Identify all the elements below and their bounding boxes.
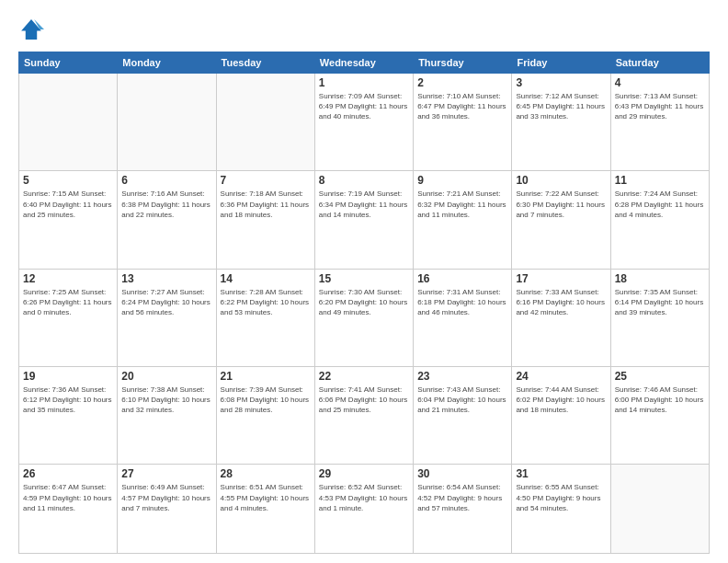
day-info: Sunrise: 7:25 AM Sunset: 6:26 PM Dayligh… — [23, 287, 113, 318]
calendar-cell: 24Sunrise: 7:44 AM Sunset: 6:02 PM Dayli… — [512, 366, 610, 464]
day-number: 20 — [121, 370, 211, 383]
calendar-cell: 31Sunrise: 6:55 AM Sunset: 4:50 PM Dayli… — [512, 465, 610, 554]
day-info: Sunrise: 7:15 AM Sunset: 6:40 PM Dayligh… — [23, 189, 113, 220]
weekday-header-friday: Friday — [512, 52, 610, 74]
day-number: 2 — [417, 76, 507, 89]
calendar-cell: 28Sunrise: 6:51 AM Sunset: 4:55 PM Dayli… — [216, 465, 314, 554]
logo — [18, 17, 48, 42]
day-info: Sunrise: 7:38 AM Sunset: 6:10 PM Dayligh… — [121, 385, 211, 416]
day-number: 12 — [23, 272, 113, 285]
weekday-header-row: SundayMondayTuesdayWednesdayThursdayFrid… — [19, 52, 710, 74]
day-info: Sunrise: 7:18 AM Sunset: 6:36 PM Dayligh… — [221, 189, 311, 220]
day-info: Sunrise: 7:24 AM Sunset: 6:28 PM Dayligh… — [615, 189, 705, 220]
calendar-cell: 22Sunrise: 7:41 AM Sunset: 6:06 PM Dayli… — [314, 366, 413, 464]
day-number: 10 — [516, 174, 606, 187]
day-info: Sunrise: 7:46 AM Sunset: 6:00 PM Dayligh… — [615, 385, 705, 416]
calendar-cell: 7Sunrise: 7:18 AM Sunset: 6:36 PM Daylig… — [216, 171, 314, 269]
calendar-cell: 3Sunrise: 7:12 AM Sunset: 6:45 PM Daylig… — [512, 74, 610, 171]
calendar-cell — [216, 74, 314, 171]
day-info: Sunrise: 6:52 AM Sunset: 4:53 PM Dayligh… — [319, 482, 409, 513]
day-number: 9 — [417, 174, 507, 187]
day-number: 22 — [319, 370, 409, 383]
calendar-cell: 5Sunrise: 7:15 AM Sunset: 6:40 PM Daylig… — [19, 171, 118, 269]
calendar-cell: 26Sunrise: 6:47 AM Sunset: 4:59 PM Dayli… — [19, 465, 118, 554]
day-number: 18 — [615, 272, 705, 285]
calendar-cell: 16Sunrise: 7:31 AM Sunset: 6:18 PM Dayli… — [414, 269, 512, 366]
calendar-cell — [19, 74, 118, 171]
day-number: 24 — [516, 370, 606, 383]
calendar-cell: 15Sunrise: 7:30 AM Sunset: 6:20 PM Dayli… — [314, 269, 413, 366]
weekday-header-thursday: Thursday — [414, 52, 512, 74]
calendar-cell: 23Sunrise: 7:43 AM Sunset: 6:04 PM Dayli… — [414, 366, 512, 464]
logo-icon — [18, 17, 44, 42]
day-info: Sunrise: 7:16 AM Sunset: 6:38 PM Dayligh… — [121, 189, 211, 220]
calendar-cell: 17Sunrise: 7:33 AM Sunset: 6:16 PM Dayli… — [512, 269, 610, 366]
day-number: 8 — [319, 174, 409, 187]
weekday-header-sunday: Sunday — [19, 52, 118, 74]
day-info: Sunrise: 7:33 AM Sunset: 6:16 PM Dayligh… — [516, 287, 606, 318]
calendar-cell: 21Sunrise: 7:39 AM Sunset: 6:08 PM Dayli… — [216, 366, 314, 464]
page: SundayMondayTuesdayWednesdayThursdayFrid… — [0, 0, 728, 563]
day-info: Sunrise: 7:27 AM Sunset: 6:24 PM Dayligh… — [121, 287, 211, 318]
day-info: Sunrise: 7:22 AM Sunset: 6:30 PM Dayligh… — [516, 189, 606, 220]
day-number: 30 — [417, 467, 507, 480]
day-number: 17 — [516, 272, 606, 285]
week-row-5: 26Sunrise: 6:47 AM Sunset: 4:59 PM Dayli… — [19, 465, 710, 554]
day-info: Sunrise: 7:43 AM Sunset: 6:04 PM Dayligh… — [417, 385, 507, 416]
day-number: 19 — [23, 370, 113, 383]
day-info: Sunrise: 6:54 AM Sunset: 4:52 PM Dayligh… — [417, 482, 507, 513]
header — [18, 17, 710, 42]
calendar-cell: 30Sunrise: 6:54 AM Sunset: 4:52 PM Dayli… — [414, 465, 512, 554]
calendar-table: SundayMondayTuesdayWednesdayThursdayFrid… — [18, 52, 710, 554]
day-info: Sunrise: 6:47 AM Sunset: 4:59 PM Dayligh… — [23, 482, 113, 513]
day-number: 4 — [615, 76, 705, 89]
day-info: Sunrise: 6:55 AM Sunset: 4:50 PM Dayligh… — [516, 482, 606, 513]
day-number: 7 — [221, 174, 311, 187]
day-info: Sunrise: 7:31 AM Sunset: 6:18 PM Dayligh… — [417, 287, 507, 318]
day-info: Sunrise: 7:19 AM Sunset: 6:34 PM Dayligh… — [319, 189, 409, 220]
calendar-cell: 18Sunrise: 7:35 AM Sunset: 6:14 PM Dayli… — [610, 269, 709, 366]
day-info: Sunrise: 7:28 AM Sunset: 6:22 PM Dayligh… — [221, 287, 311, 318]
day-info: Sunrise: 7:35 AM Sunset: 6:14 PM Dayligh… — [615, 287, 705, 318]
calendar-cell: 6Sunrise: 7:16 AM Sunset: 6:38 PM Daylig… — [118, 171, 216, 269]
week-row-3: 12Sunrise: 7:25 AM Sunset: 6:26 PM Dayli… — [19, 269, 710, 366]
day-number: 11 — [615, 174, 705, 187]
day-number: 15 — [319, 272, 409, 285]
calendar-cell — [118, 74, 216, 171]
week-row-2: 5Sunrise: 7:15 AM Sunset: 6:40 PM Daylig… — [19, 171, 710, 269]
day-info: Sunrise: 6:49 AM Sunset: 4:57 PM Dayligh… — [121, 482, 211, 513]
day-number: 16 — [417, 272, 507, 285]
day-info: Sunrise: 7:30 AM Sunset: 6:20 PM Dayligh… — [319, 287, 409, 318]
calendar-cell: 25Sunrise: 7:46 AM Sunset: 6:00 PM Dayli… — [610, 366, 709, 464]
day-info: Sunrise: 7:09 AM Sunset: 6:49 PM Dayligh… — [319, 91, 409, 122]
day-info: Sunrise: 7:41 AM Sunset: 6:06 PM Dayligh… — [319, 385, 409, 416]
svg-marker-0 — [21, 19, 41, 40]
calendar-cell: 9Sunrise: 7:21 AM Sunset: 6:32 PM Daylig… — [414, 171, 512, 269]
weekday-header-wednesday: Wednesday — [314, 52, 413, 74]
day-info: Sunrise: 7:10 AM Sunset: 6:47 PM Dayligh… — [417, 91, 507, 122]
week-row-4: 19Sunrise: 7:36 AM Sunset: 6:12 PM Dayli… — [19, 366, 710, 464]
day-info: Sunrise: 7:39 AM Sunset: 6:08 PM Dayligh… — [221, 385, 311, 416]
calendar-cell: 2Sunrise: 7:10 AM Sunset: 6:47 PM Daylig… — [414, 74, 512, 171]
calendar-cell: 8Sunrise: 7:19 AM Sunset: 6:34 PM Daylig… — [314, 171, 413, 269]
day-number: 14 — [221, 272, 311, 285]
day-info: Sunrise: 7:21 AM Sunset: 6:32 PM Dayligh… — [417, 189, 507, 220]
day-number: 31 — [516, 467, 606, 480]
calendar-cell: 27Sunrise: 6:49 AM Sunset: 4:57 PM Dayli… — [118, 465, 216, 554]
day-number: 3 — [516, 76, 606, 89]
day-info: Sunrise: 7:44 AM Sunset: 6:02 PM Dayligh… — [516, 385, 606, 416]
calendar-cell: 13Sunrise: 7:27 AM Sunset: 6:24 PM Dayli… — [118, 269, 216, 366]
calendar-cell: 19Sunrise: 7:36 AM Sunset: 6:12 PM Dayli… — [19, 366, 118, 464]
day-info: Sunrise: 6:51 AM Sunset: 4:55 PM Dayligh… — [221, 482, 311, 513]
calendar-cell: 20Sunrise: 7:38 AM Sunset: 6:10 PM Dayli… — [118, 366, 216, 464]
calendar-cell — [610, 465, 709, 554]
day-info: Sunrise: 7:36 AM Sunset: 6:12 PM Dayligh… — [23, 385, 113, 416]
weekday-header-monday: Monday — [118, 52, 216, 74]
day-number: 28 — [221, 467, 311, 480]
day-number: 26 — [23, 467, 113, 480]
day-number: 6 — [121, 174, 211, 187]
calendar-cell: 10Sunrise: 7:22 AM Sunset: 6:30 PM Dayli… — [512, 171, 610, 269]
day-number: 29 — [319, 467, 409, 480]
day-number: 5 — [23, 174, 113, 187]
day-info: Sunrise: 7:13 AM Sunset: 6:43 PM Dayligh… — [615, 91, 705, 122]
